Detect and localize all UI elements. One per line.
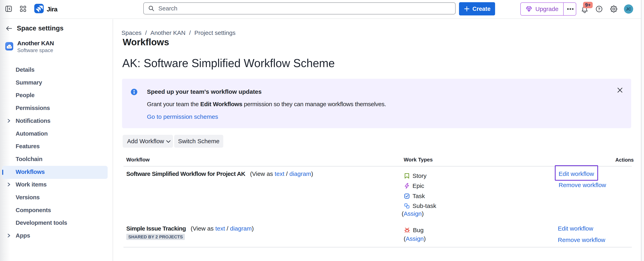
svg-text:?: ? [598,6,600,11]
